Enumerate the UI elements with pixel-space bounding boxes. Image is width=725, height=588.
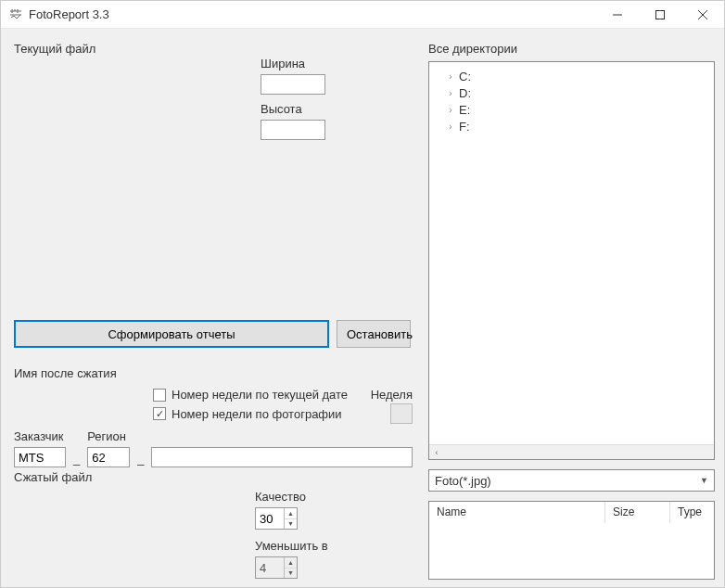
file-filter-select[interactable]: Foto(*.jpg) ▼ <box>428 469 715 492</box>
left-panel: Текущий файл Ширина Высота Сформировать … <box>1 29 423 588</box>
tree-item[interactable]: › D: <box>446 84 706 101</box>
all-dirs-label: Все директории <box>428 42 715 56</box>
drive-label: D: <box>459 86 471 100</box>
compressed-file-label: Сжатый файл <box>14 470 413 484</box>
quality-up-icon[interactable]: ▲ <box>285 508 297 519</box>
region-label: Регион <box>87 429 130 443</box>
chevron-right-icon[interactable]: › <box>446 88 455 97</box>
reduce-spinner[interactable]: ▲ ▼ <box>255 556 298 579</box>
week-label: Неделя <box>371 388 413 402</box>
customer-label: Заказчик <box>14 429 66 443</box>
drive-label: C: <box>459 70 471 83</box>
chevron-right-icon[interactable]: › <box>446 121 455 131</box>
week-by-photo-label: Номер недели по фотографии <box>172 407 342 421</box>
chevron-right-icon[interactable]: › <box>446 71 455 81</box>
chevron-right-icon[interactable]: › <box>446 105 455 114</box>
width-label: Ширина <box>261 57 325 70</box>
horizontal-scrollbar[interactable]: ‹ <box>429 444 714 459</box>
app-icon <box>8 7 23 22</box>
height-label: Высота <box>261 102 325 116</box>
tree-item[interactable]: › C: <box>446 68 706 84</box>
drive-label: E: <box>459 103 470 117</box>
directory-tree[interactable]: › C: › D: › E: › F: ‹ <box>428 61 715 460</box>
customer-input[interactable] <box>14 447 66 467</box>
reduce-label: Уменьшить в <box>255 539 413 553</box>
column-type[interactable]: Type <box>670 502 714 523</box>
separator: _ <box>135 452 146 467</box>
week-by-photo-checkbox[interactable] <box>153 407 166 420</box>
quality-down-icon[interactable]: ▼ <box>285 519 297 530</box>
region-input[interactable] <box>87 447 130 467</box>
scroll-left-icon[interactable]: ‹ <box>429 445 444 460</box>
right-panel: Все директории › C: › D: › E: › F: ‹ <box>423 29 724 588</box>
reduce-value <box>256 557 284 578</box>
tree-item[interactable]: › E: <box>446 101 706 118</box>
quality-value[interactable] <box>256 508 284 529</box>
file-list-header: Name Size Type <box>429 502 714 524</box>
column-name[interactable]: Name <box>429 502 605 523</box>
form-reports-button[interactable]: Сформировать отчеты <box>14 320 329 348</box>
current-file-label: Текущий файл <box>14 42 413 56</box>
height-input[interactable] <box>261 120 325 140</box>
separator: _ <box>71 452 82 467</box>
week-by-date-checkbox[interactable] <box>153 389 166 402</box>
name-after-compress-label: Имя после сжатия <box>14 366 413 380</box>
tree-item[interactable]: › F: <box>446 118 706 134</box>
svg-rect-1 <box>656 10 665 19</box>
maximize-button[interactable] <box>639 1 681 29</box>
reduce-down-icon[interactable]: ▼ <box>285 569 297 579</box>
name-suffix-input[interactable] <box>151 447 413 467</box>
column-size[interactable]: Size <box>605 502 670 523</box>
reduce-up-icon[interactable]: ▲ <box>285 557 297 569</box>
stop-button[interactable]: Остановить <box>337 320 411 348</box>
titlebar: FotoReport 3.3 <box>1 1 724 29</box>
week-value-box[interactable] <box>390 403 413 424</box>
file-list[interactable]: Name Size Type <box>428 501 715 580</box>
close-button[interactable] <box>681 1 724 29</box>
quality-spinner[interactable]: ▲ ▼ <box>255 507 298 530</box>
file-filter-value: Foto(*.jpg) <box>435 474 491 488</box>
window-title: FotoReport 3.3 <box>29 7 109 21</box>
minimize-button[interactable] <box>596 1 639 29</box>
width-input[interactable] <box>261 74 325 95</box>
chevron-down-icon: ▼ <box>700 476 708 485</box>
drive-label: F: <box>459 120 470 134</box>
quality-label: Качество <box>255 490 413 504</box>
week-by-date-label: Номер недели по текущей дате <box>172 388 348 402</box>
